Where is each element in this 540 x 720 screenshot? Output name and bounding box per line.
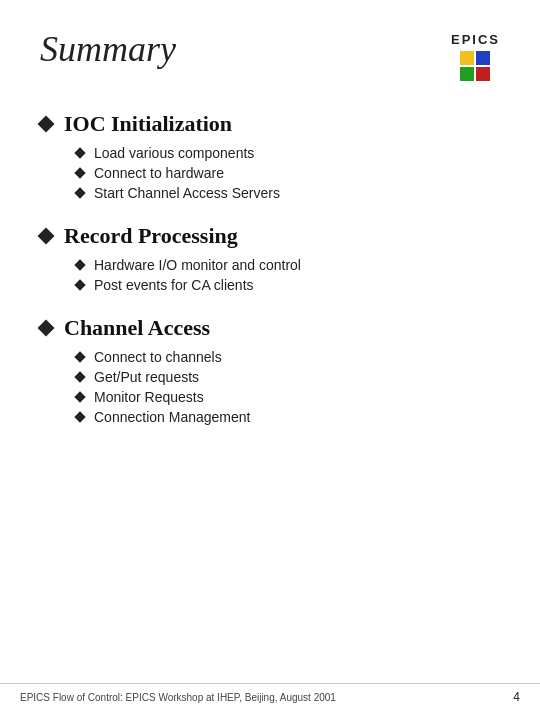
footer-text: EPICS Flow of Control: EPICS Workshop at… — [20, 692, 336, 703]
block-green — [460, 67, 474, 81]
subitem-text: Load various components — [94, 145, 254, 161]
list-item: Connection Management — [76, 409, 500, 425]
subitem-text: Connect to channels — [94, 349, 222, 365]
subitem-text: Start Channel Access Servers — [94, 185, 280, 201]
section-title-rp: Record Processing — [64, 223, 238, 249]
subitem-text: Get/Put requests — [94, 369, 199, 385]
ioc-subitems: Load various components Connect to hardw… — [40, 145, 500, 201]
section-ioc-header: IOC Initialization — [40, 111, 500, 137]
epics-label: EPICS — [451, 32, 500, 47]
sub-bullet — [74, 351, 85, 362]
section-bullet-ca — [38, 320, 55, 337]
sub-bullet — [74, 279, 85, 290]
list-item: Connect to hardware — [76, 165, 500, 181]
sub-bullet — [74, 411, 85, 422]
section-bullet-rp — [38, 228, 55, 245]
sub-bullet — [74, 187, 85, 198]
epics-blocks — [460, 51, 490, 81]
section-ca-header: Channel Access — [40, 315, 500, 341]
section-bullet-ioc — [38, 116, 55, 133]
list-item: Monitor Requests — [76, 389, 500, 405]
header: Summary EPICS — [40, 0, 500, 91]
section-record-processing: Record Processing Hardware I/O monitor a… — [40, 223, 500, 293]
list-item: Get/Put requests — [76, 369, 500, 385]
footer-page-number: 4 — [513, 690, 520, 704]
subitem-text: Hardware I/O monitor and control — [94, 257, 301, 273]
main-content: IOC Initialization Load various componen… — [40, 111, 500, 425]
sub-bullet — [74, 167, 85, 178]
list-item: Hardware I/O monitor and control — [76, 257, 500, 273]
subitem-text: Monitor Requests — [94, 389, 204, 405]
footer: EPICS Flow of Control: EPICS Workshop at… — [0, 683, 540, 704]
ca-subitems: Connect to channels Get/Put requests Mon… — [40, 349, 500, 425]
section-title-ca: Channel Access — [64, 315, 210, 341]
list-item: Post events for CA clients — [76, 277, 500, 293]
subitem-text: Connect to hardware — [94, 165, 224, 181]
list-item: Connect to channels — [76, 349, 500, 365]
sub-bullet — [74, 371, 85, 382]
sub-bullet — [74, 147, 85, 158]
block-blue — [476, 51, 490, 65]
section-rp-header: Record Processing — [40, 223, 500, 249]
sub-bullet — [74, 391, 85, 402]
block-yellow — [460, 51, 474, 65]
section-channel-access: Channel Access Connect to channels Get/P… — [40, 315, 500, 425]
page-title: Summary — [40, 28, 176, 70]
rp-subitems: Hardware I/O monitor and control Post ev… — [40, 257, 500, 293]
sub-bullet — [74, 259, 85, 270]
list-item: Start Channel Access Servers — [76, 185, 500, 201]
section-ioc-init: IOC Initialization Load various componen… — [40, 111, 500, 201]
page: Summary EPICS IOC Initialization Load va… — [0, 0, 540, 720]
subitem-text: Post events for CA clients — [94, 277, 254, 293]
subitem-text: Connection Management — [94, 409, 250, 425]
section-title-ioc: IOC Initialization — [64, 111, 232, 137]
epics-logo: EPICS — [451, 32, 500, 81]
block-red — [476, 67, 490, 81]
list-item: Load various components — [76, 145, 500, 161]
